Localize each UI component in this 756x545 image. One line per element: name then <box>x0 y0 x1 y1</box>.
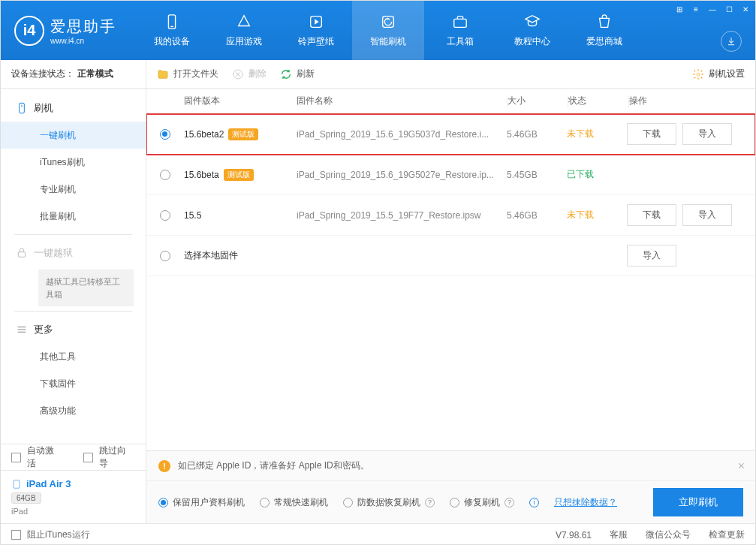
option-radio[interactable] <box>343 498 353 507</box>
row-radio[interactable] <box>160 251 170 261</box>
block-itunes-label: 阻止iTunes运行 <box>27 528 90 541</box>
row-radio[interactable] <box>160 129 170 140</box>
nav-store[interactable]: 爱思商城 <box>568 1 640 60</box>
wc-menu-icon[interactable]: ≡ <box>691 4 701 14</box>
option-radio[interactable] <box>450 498 459 507</box>
wc-min-icon[interactable]: — <box>707 4 718 14</box>
wc-max-icon[interactable]: ☐ <box>724 4 734 14</box>
nav: 我的设备 应用游戏 铃声壁纸 智能刷机 工具箱 教程中心 爱思商城 <box>136 1 640 60</box>
tutorial-icon <box>523 13 541 31</box>
flash-option[interactable]: 常规快速刷机 <box>260 496 328 509</box>
folder-icon <box>157 68 169 80</box>
nav-toolbox[interactable]: 工具箱 <box>424 1 496 60</box>
sidebar-advanced[interactable]: 高级功能 <box>1 397 146 424</box>
option-radio[interactable] <box>158 498 168 507</box>
wc-grid-icon[interactable]: ⊞ <box>674 4 685 14</box>
toolbar: 打开文件夹 删除 刷新 刷机设置 <box>146 60 755 89</box>
sidebar-pro-flash[interactable]: 专业刷机 <box>1 176 146 203</box>
apps-icon <box>235 13 253 31</box>
row-radio[interactable] <box>160 170 170 180</box>
footer-wechat[interactable]: 微信公众号 <box>646 528 691 541</box>
header: ⊞ ≡ — ☐ ✕ i4 爱思助手 www.i4.cn 我的设备 应用游戏 铃声… <box>1 1 755 60</box>
table-header: 固件版本 固件名称 大小 状态 操作 <box>146 89 755 114</box>
delete-icon <box>232 68 244 80</box>
sidebar-itunes-flash[interactable]: iTunes刷机 <box>1 149 146 176</box>
connection-status: 设备连接状态： 正常模式 <box>1 60 146 89</box>
footer: 阻止iTunes运行 V7.98.61 客服 微信公众号 检查更新 <box>1 523 755 545</box>
beta-badge: 测试版 <box>224 169 254 181</box>
footer-version: V7.98.61 <box>556 530 592 540</box>
delete-button: 删除 <box>232 68 267 80</box>
firmware-version: 15.5 <box>184 210 201 221</box>
sidebar-oneclick-flash[interactable]: 一键刷机 <box>1 122 146 149</box>
options-bar: 保留用户资料刷机常规快速刷机防数据恢复刷机?修复刷机? i 只想抹除数据？ 立即… <box>146 481 755 523</box>
flash-option[interactable]: 防数据恢复刷机? <box>343 496 435 509</box>
table-row[interactable]: 15.6beta测试版iPad_Spring_2019_15.6_19G5027… <box>146 155 755 195</box>
auto-activate-checkbox[interactable] <box>11 453 21 462</box>
phone-icon <box>16 102 28 114</box>
row-radio[interactable] <box>160 210 170 221</box>
option-label: 保留用户资料刷机 <box>173 496 245 509</box>
app-url: www.i4.cn <box>50 37 116 45</box>
nav-apps[interactable]: 应用游戏 <box>208 1 280 60</box>
import-button[interactable]: 导入 <box>682 204 732 226</box>
refresh-button[interactable]: 刷新 <box>280 68 315 80</box>
flash-settings-button[interactable]: 刷机设置 <box>692 68 745 80</box>
table-row[interactable]: 15.6beta2测试版iPad_Spring_2019_15.6_19G503… <box>146 114 755 155</box>
warning-close-icon[interactable]: × <box>738 459 745 473</box>
logo-icon: i4 <box>14 16 44 46</box>
th-ops: 操作 <box>629 95 755 107</box>
flash-option[interactable]: 保留用户资料刷机 <box>158 496 245 509</box>
option-radio[interactable] <box>260 498 270 507</box>
svg-rect-5 <box>20 103 25 113</box>
help-icon[interactable]: ? <box>425 498 435 507</box>
open-folder-button[interactable]: 打开文件夹 <box>157 68 218 80</box>
svg-rect-10 <box>14 480 20 488</box>
firmware-version: 选择本地固件 <box>184 249 238 262</box>
device-name[interactable]: iPad Air 3 <box>11 478 135 489</box>
flash-now-button[interactable]: 立即刷机 <box>653 488 743 516</box>
table-row[interactable]: 15.5iPad_Spring_2019_15.5_19F77_Restore.… <box>146 195 755 236</box>
download-button[interactable]: 下载 <box>627 204 676 226</box>
nav-tutorial[interactable]: 教程中心 <box>496 1 568 60</box>
nav-my-device[interactable]: 我的设备 <box>136 1 208 60</box>
svg-rect-6 <box>18 252 25 257</box>
more-icon <box>16 324 28 336</box>
erase-data-link[interactable]: 只想抹除数据？ <box>554 496 617 509</box>
download-button[interactable]: 下载 <box>627 123 676 145</box>
store-icon <box>595 13 613 31</box>
svg-point-14 <box>697 73 700 76</box>
help-icon[interactable]: ? <box>505 498 514 507</box>
auto-activate-row: 自动激活 跳过向导 <box>1 444 146 470</box>
sidebar-more-header[interactable]: 更多 <box>1 316 146 343</box>
option-label: 常规快速刷机 <box>274 496 328 509</box>
skip-guide-checkbox[interactable] <box>83 453 93 462</box>
wc-close-icon[interactable]: ✕ <box>740 4 751 14</box>
download-button[interactable] <box>721 31 742 52</box>
import-button[interactable]: 导入 <box>627 245 676 266</box>
lock-icon <box>16 247 28 259</box>
firmware-size: 5.45GB <box>507 170 567 180</box>
footer-support[interactable]: 客服 <box>610 528 628 541</box>
warning-text: 如已绑定 Apple ID，请准备好 Apple ID和密码。 <box>178 459 369 472</box>
device-capacity: 64GB <box>11 492 41 504</box>
th-status: 状态 <box>568 95 628 107</box>
flash-option[interactable]: 修复刷机? <box>450 496 514 509</box>
th-size: 大小 <box>508 95 568 107</box>
sidebar-batch-flash[interactable]: 批量刷机 <box>1 203 146 230</box>
warning-bar: ! 如已绑定 Apple ID，请准备好 Apple ID和密码。 × <box>146 451 755 481</box>
firmware-status: 已下载 <box>567 168 627 181</box>
nav-ringtone[interactable]: 铃声壁纸 <box>280 1 352 60</box>
nav-flash[interactable]: 智能刷机 <box>352 1 424 60</box>
sidebar: 设备连接状态： 正常模式 刷机 一键刷机 iTunes刷机 专业刷机 批量刷机 … <box>1 60 146 523</box>
footer-update[interactable]: 检查更新 <box>709 528 745 541</box>
sidebar-other-tools[interactable]: 其他工具 <box>1 343 146 370</box>
table-row[interactable]: 选择本地固件导入 <box>146 236 755 276</box>
sidebar-flash-header[interactable]: 刷机 <box>1 95 146 122</box>
window-controls: ⊞ ≡ — ☐ ✕ <box>674 4 751 14</box>
block-itunes-checkbox[interactable] <box>11 530 21 540</box>
info-icon: i <box>529 498 539 507</box>
sidebar-download-firmware[interactable]: 下载固件 <box>1 370 146 397</box>
refresh-icon <box>280 68 292 80</box>
import-button[interactable]: 导入 <box>682 123 732 145</box>
